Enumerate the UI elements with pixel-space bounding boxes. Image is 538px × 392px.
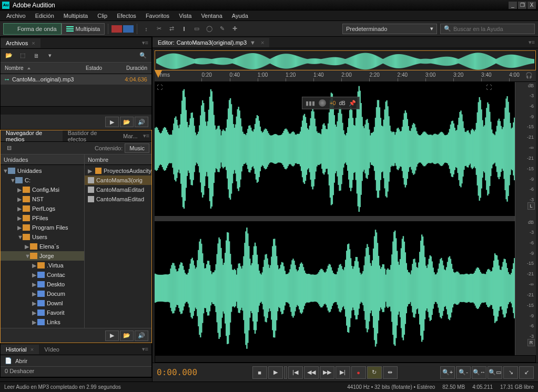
menu-favoritos[interactable]: Favoritos bbox=[141, 12, 174, 20]
skip-end-button[interactable]: ▶| bbox=[336, 366, 350, 379]
zoom-in-button[interactable]: 🔍+ bbox=[440, 366, 455, 379]
markers-tab[interactable]: Mar... bbox=[118, 131, 143, 141]
menu-edicion[interactable]: Edición bbox=[31, 12, 58, 20]
editor-tab[interactable]: Editor: CantoMama3(original).mp3 ▼ × bbox=[153, 38, 269, 47]
menu-ventana[interactable]: Ventana bbox=[197, 12, 226, 20]
hud-pin-icon[interactable]: 📌 bbox=[349, 100, 356, 107]
help-search-input[interactable] bbox=[453, 26, 531, 32]
menu-archivo[interactable]: Archivo bbox=[2, 12, 30, 20]
files-hscroll[interactable] bbox=[1, 106, 151, 115]
import-button[interactable]: 📂 bbox=[120, 117, 134, 127]
play-button[interactable]: ▶ bbox=[105, 117, 119, 127]
zoom-full-button[interactable]: 🔍↔ bbox=[472, 366, 486, 379]
pause-button[interactable] bbox=[284, 366, 287, 379]
spectral-pitch-icon[interactable] bbox=[123, 25, 134, 33]
time-select-tool-icon[interactable]: I bbox=[178, 24, 190, 34]
volume-knob[interactable] bbox=[318, 99, 327, 107]
effects-rack-tab[interactable]: Bastidor de efectos bbox=[63, 130, 118, 142]
marquee-tool-icon[interactable]: ▭ bbox=[191, 24, 202, 34]
razor-tool-icon[interactable]: ✂ bbox=[153, 24, 165, 34]
left-hscroll[interactable] bbox=[0, 377, 152, 381]
tree-item[interactable]: ▶PFiles bbox=[1, 213, 84, 223]
open-file-icon[interactable]: 📂 bbox=[3, 50, 15, 61]
new-multitrack-icon[interactable]: 🗎 bbox=[30, 50, 43, 61]
col-duration[interactable]: Duración bbox=[115, 65, 151, 71]
right-channel-tag[interactable]: R bbox=[527, 339, 535, 346]
insert-icon[interactable]: ▾ bbox=[44, 50, 56, 61]
stop-button[interactable]: ■ bbox=[252, 366, 267, 379]
slip-tool-icon[interactable]: ⇄ bbox=[166, 24, 177, 34]
media-file-row[interactable]: ▶ProyectosAudacity bbox=[85, 166, 151, 176]
menu-clip[interactable]: Clip bbox=[93, 12, 111, 20]
time-ruler[interactable]: hms 0:200:401:001:201:402:002:202:403:00… bbox=[155, 70, 536, 82]
files-tab[interactable]: Archivos × bbox=[1, 38, 40, 48]
tree-item[interactable]: ▶Deskto bbox=[1, 280, 84, 289]
minimize-button[interactable]: _ bbox=[509, 2, 517, 9]
tree-item[interactable]: ▶Links bbox=[1, 317, 84, 327]
col-state[interactable]: Estado bbox=[86, 65, 115, 71]
tree-item[interactable]: ▶Downl bbox=[1, 298, 84, 308]
close-icon[interactable]: × bbox=[32, 40, 35, 46]
zoom-out-point-button[interactable]: ↙ bbox=[519, 366, 534, 379]
media-browser-tab[interactable]: Navegador de medios bbox=[1, 130, 63, 142]
col-name[interactable]: Nombre bbox=[1, 65, 86, 71]
workspace-dropdown[interactable]: Predeterminado ▾ bbox=[342, 24, 437, 34]
tree-item[interactable]: ▶Config.Msi bbox=[1, 185, 84, 194]
left-channel-tag[interactable]: L bbox=[527, 202, 535, 210]
forward-button[interactable]: ▶▶ bbox=[320, 366, 334, 379]
panel-menu-icon[interactable]: ▾≡ bbox=[529, 39, 538, 46]
volume-hud[interactable]: ▮▮▮ +0 dB 📌 bbox=[302, 97, 360, 109]
rewind-button[interactable]: ◀◀ bbox=[304, 366, 319, 379]
tree-item[interactable]: ▼C: bbox=[1, 176, 84, 185]
menu-multipista[interactable]: Multipista bbox=[59, 12, 92, 20]
restore-button[interactable]: ❐ bbox=[518, 2, 526, 9]
record-button[interactable]: ● bbox=[351, 366, 366, 379]
move-tool-icon[interactable]: ↕ bbox=[140, 24, 152, 34]
tree-item[interactable]: ▶Elena´s bbox=[1, 242, 84, 251]
file-row[interactable]: ⊶ CantoMa...original).mp3 4:04.636 bbox=[1, 74, 151, 85]
waveform-editor[interactable]: ⛶ ⛶ ▮▮▮ +0 dB 📌 dB -3-6-9-15-21-∞-21-15-… bbox=[155, 82, 536, 355]
zoom-selection-button[interactable]: 🔍▭ bbox=[488, 366, 502, 379]
menu-efectos[interactable]: Efectos bbox=[113, 12, 140, 20]
zoom-resize-icon[interactable]: ⛶ bbox=[486, 84, 492, 90]
headphones-icon[interactable]: 🎧 bbox=[525, 72, 533, 79]
tree-item[interactable]: ▶Contac bbox=[1, 270, 84, 280]
multitrack-mode-button[interactable]: Multipista bbox=[62, 23, 105, 35]
skip-selection-button[interactable]: ⇹ bbox=[383, 366, 398, 379]
record-icon[interactable]: ⬚ bbox=[16, 50, 29, 61]
skip-start-button[interactable]: |◀ bbox=[288, 366, 303, 379]
zoom-in-point-button[interactable]: ↘ bbox=[503, 366, 518, 379]
tree-item[interactable]: ▶.Virtua bbox=[1, 261, 84, 270]
media-file-row[interactable]: CantoMama3(orig bbox=[85, 176, 151, 185]
media-file-row[interactable]: CantoMamaEditad bbox=[85, 194, 151, 204]
history-open-label[interactable]: Abrir bbox=[15, 358, 27, 364]
autoplay-button[interactable]: 🔊 bbox=[135, 331, 148, 341]
timecode-display[interactable]: 0:00.000 bbox=[157, 367, 209, 377]
close-button[interactable]: X bbox=[527, 2, 536, 9]
tree-item[interactable]: ▶Docum bbox=[1, 289, 84, 298]
heal-tool-icon[interactable]: ✚ bbox=[229, 24, 240, 34]
tree-item[interactable]: ▼Unidades bbox=[1, 166, 84, 176]
waveform-overview[interactable] bbox=[155, 50, 536, 70]
content-filter-dropdown[interactable]: Music bbox=[125, 143, 149, 153]
media-file-row[interactable]: CantoMamaEditad bbox=[85, 185, 151, 194]
help-search[interactable]: 🔍 bbox=[440, 24, 535, 34]
menu-ayuda[interactable]: Ayuda bbox=[228, 12, 252, 20]
lasso-tool-icon[interactable]: ◯ bbox=[204, 24, 215, 34]
panel-menu-icon[interactable]: ▾≡ bbox=[142, 39, 151, 46]
tree-header[interactable]: Unidades bbox=[1, 154, 84, 165]
video-tab[interactable]: Vídeo bbox=[39, 345, 65, 354]
zoom-out-button[interactable]: 🔍- bbox=[456, 366, 471, 379]
loop-button[interactable]: ↻ bbox=[367, 366, 382, 379]
zoom-resize-icon[interactable]: ⛶ bbox=[157, 84, 163, 90]
brush-tool-icon[interactable]: ✎ bbox=[216, 24, 228, 34]
play-button[interactable]: ▶ bbox=[105, 331, 119, 341]
history-tab[interactable]: Historial × bbox=[1, 345, 39, 354]
panel-menu-icon[interactable]: ▾≡ bbox=[143, 132, 151, 139]
import-button[interactable]: 📂 bbox=[120, 331, 134, 341]
waveform-hscroll[interactable] bbox=[155, 355, 536, 363]
menu-vista[interactable]: Vista bbox=[175, 12, 196, 20]
tree-item[interactable]: ▶Program Files bbox=[1, 223, 84, 232]
tree-item[interactable]: ▼Jorge bbox=[1, 251, 84, 261]
close-icon[interactable]: × bbox=[31, 346, 34, 353]
